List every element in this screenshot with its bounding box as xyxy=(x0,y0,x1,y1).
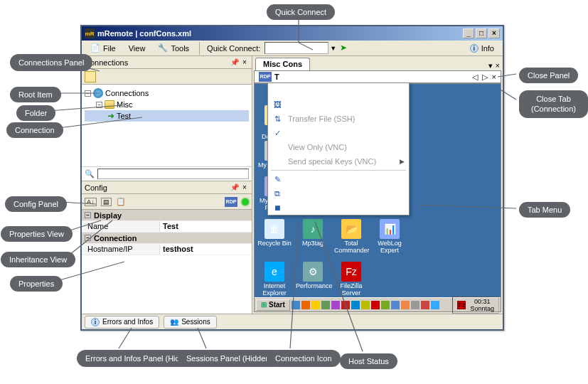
menu-chevron-icon[interactable]: ▾ xyxy=(488,61,493,70)
category-connection[interactable]: −Connection xyxy=(82,233,252,244)
sort-az-icon[interactable]: A↓ xyxy=(85,198,97,206)
tray-icon[interactable] xyxy=(311,301,320,309)
prop-hostname[interactable]: Hostname/IPtesthost xyxy=(82,244,252,255)
collapse-icon[interactable]: − xyxy=(85,90,91,97)
category-display[interactable]: −Display xyxy=(82,210,252,221)
connections-panel: Connections 📌 × − Connection xyxy=(82,56,252,181)
callout-quick-connect: Quick Connect xyxy=(267,4,335,20)
next-tab-icon[interactable]: ▷ xyxy=(482,73,488,82)
desktop-icon[interactable]: eInternet Explorer xyxy=(257,262,292,297)
menu-info[interactable]: iInfo xyxy=(464,43,500,54)
quick-connect-label: Quick Connect: xyxy=(204,44,263,53)
maximize-button[interactable]: □ xyxy=(476,28,487,38)
callout-root-item: Root Item xyxy=(10,87,61,102)
prev-tab-icon[interactable]: ◁ xyxy=(472,73,478,82)
sessions-icon: 👥 xyxy=(170,318,178,326)
tray-icon[interactable] xyxy=(421,301,429,309)
config-panel: Config 📌 × A↓ ▤ 📋 RDP −Display xyxy=(82,181,252,314)
tray-icon[interactable] xyxy=(331,301,340,309)
tray-icon[interactable] xyxy=(381,301,390,309)
config-toolbar: A↓ ▤ 📋 RDP xyxy=(82,194,252,210)
toolbar-icon[interactable] xyxy=(102,71,113,82)
ctx-smartsize[interactable]: ✓Smart Size (RDP) xyxy=(268,126,409,140)
close-window-button[interactable]: × xyxy=(488,28,500,38)
ctx-transfer: ⇅Transfer File (SSH) xyxy=(268,112,409,126)
menu-view[interactable]: View xyxy=(123,43,151,54)
ctx-fullscreen[interactable]: Fullscreen (RDP) xyxy=(268,83,409,97)
tray-icon[interactable] xyxy=(371,301,380,309)
tray-icon[interactable] xyxy=(361,301,370,309)
search-input[interactable] xyxy=(97,169,249,179)
ctx-rename[interactable]: ✎Rename Tab xyxy=(268,172,409,186)
tray-icon[interactable] xyxy=(292,301,300,309)
minimize-button[interactable]: _ xyxy=(463,28,474,38)
info-icon: i xyxy=(91,318,100,326)
new-connection-icon[interactable] xyxy=(85,71,96,82)
desktop-icon[interactable]: ♪Mp3tag xyxy=(296,219,330,247)
close-panel-button[interactable]: × xyxy=(496,61,500,70)
callout-folder: Folder xyxy=(16,105,55,121)
tray-icon[interactable] xyxy=(341,301,350,309)
desktop-icon[interactable]: ⚙Performance xyxy=(296,262,330,290)
duplicate-icon: ⧉ xyxy=(272,189,282,198)
ctx-viewonly: View Only (VNC) xyxy=(268,140,409,154)
errors-infos-tab[interactable]: iErrors and Infos xyxy=(85,316,159,329)
config-panel-header: Config 📌 × xyxy=(82,181,252,194)
collapse-icon[interactable]: − xyxy=(85,212,91,218)
prop-name[interactable]: NameTest xyxy=(82,221,252,233)
tray-clock[interactable]: Fz 00:31 Sonntag xyxy=(452,297,499,314)
menu-separator xyxy=(199,42,200,55)
remote-taskbar[interactable]: ⊞Start Fz xyxy=(255,297,501,311)
tray-icon[interactable] xyxy=(411,301,419,309)
pin-icon[interactable]: 📌 xyxy=(230,183,239,192)
ctx-screenshot[interactable]: 🖼Screenshot xyxy=(268,97,409,112)
properties-icon[interactable]: 📋 xyxy=(116,197,126,206)
titlebar: mR mRemote | confCons.xml _ □ × xyxy=(82,26,503,41)
screenshot-icon: 🖼 xyxy=(272,100,282,109)
tray-icon[interactable] xyxy=(431,301,439,309)
remote-desktop[interactable]: Fullscreen (RDP) 🖼Screenshot ⇅Transfer F… xyxy=(254,83,501,312)
connections-panel-header: Connections 📌 × xyxy=(82,56,252,69)
sort-cat-icon[interactable]: ▤ xyxy=(101,198,112,206)
app-icon: mR xyxy=(85,28,95,38)
callout-connections-panel: Connections Panel xyxy=(10,54,92,71)
tray-icon[interactable] xyxy=(351,301,360,309)
menu-separator xyxy=(271,170,406,171)
tray-icon[interactable] xyxy=(301,301,310,309)
menu-file[interactable]: 📄File xyxy=(85,42,122,54)
panel-tab-misc[interactable]: Misc Cons xyxy=(255,58,310,70)
tray-icon[interactable] xyxy=(401,301,410,309)
callout-close-tab: Close Tab (Connection) xyxy=(519,90,588,118)
tray-icon: Fz xyxy=(457,301,466,309)
wrench-icon: 🔧 xyxy=(158,43,168,53)
start-button[interactable]: ⊞Start xyxy=(256,299,290,311)
close-panel-button[interactable]: × xyxy=(240,183,249,192)
connection-tab-label[interactable]: T xyxy=(274,73,279,81)
right-column: Misc Cons ▾ × RDP T ◁ ▷ × Fullscreen (RD… xyxy=(252,56,503,314)
quick-connect-go[interactable]: ➤ xyxy=(338,43,349,54)
tree-folder[interactable]: − Misc xyxy=(85,99,249,110)
callout-tab-menu: Tab Menu xyxy=(519,202,570,218)
collapse-icon[interactable]: − xyxy=(85,235,91,241)
close-panel-button[interactable]: × xyxy=(240,58,249,67)
callout-config-panel: Config Panel xyxy=(5,196,67,212)
connections-tree: − Connections − Misc ➜ Test xyxy=(82,85,252,166)
menu-tools[interactable]: 🔧Tools xyxy=(152,42,195,54)
rdp-badge-icon: RDP xyxy=(259,72,272,82)
quick-connect-input[interactable] xyxy=(264,42,328,54)
close-tab-button[interactable]: × xyxy=(492,73,496,82)
desktop-icon[interactable]: 📊WebLog Expert xyxy=(373,219,407,255)
desktop-icon[interactable]: 🗑Recycle Bin xyxy=(257,219,292,247)
ctx-duplicate[interactable]: ⧉Duplicate Tab xyxy=(268,186,409,201)
desktop-icon[interactable]: 📂Total Commander xyxy=(334,219,368,255)
ctx-close[interactable]: ⏹Close Tab xyxy=(268,201,409,215)
tray-icon[interactable] xyxy=(391,301,400,309)
tray-icon[interactable] xyxy=(321,301,330,309)
sessions-tab[interactable]: 👥Sessions xyxy=(164,316,217,329)
tree-connection[interactable]: ➜ Test xyxy=(85,110,249,122)
tree-root[interactable]: − Connections xyxy=(85,87,249,99)
callout-inheritance-view: Inheritance View xyxy=(1,252,75,267)
pin-icon[interactable]: 📌 xyxy=(230,58,239,67)
collapse-icon[interactable]: − xyxy=(96,102,102,108)
dropdown-icon[interactable]: ▼ xyxy=(330,45,336,52)
